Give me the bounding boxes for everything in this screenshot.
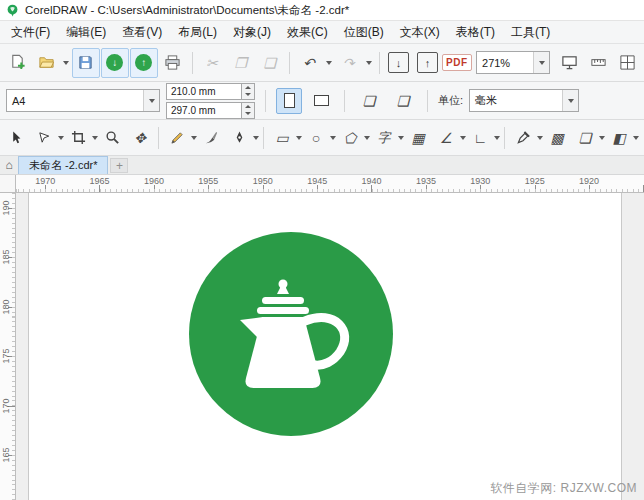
page-height-field[interactable]: 297.0 mm (166, 102, 242, 119)
eyedropper-tool[interactable] (509, 123, 537, 153)
page-height-stepper[interactable] (242, 102, 255, 119)
import-button[interactable]: ↓ (385, 48, 413, 78)
shadow-tool[interactable]: ❏ (571, 123, 599, 153)
ruler-number: 1965 (72, 175, 126, 188)
menu-effects[interactable]: 效果(C) (279, 21, 336, 43)
page-width-stepper[interactable] (242, 83, 255, 100)
bezier-tool[interactable] (225, 123, 253, 153)
page-size-caret[interactable] (143, 90, 159, 111)
export-button[interactable]: ↑ (414, 48, 442, 78)
table-icon: ▦ (411, 131, 424, 145)
menu-tools[interactable]: 工具(T) (503, 21, 558, 43)
cloud-up-icon: ↑ (135, 54, 152, 71)
transparency-icon: ▩ (550, 131, 563, 145)
redo-dropdown-caret[interactable] (364, 49, 374, 77)
pan-tool[interactable]: ✥ (126, 123, 154, 153)
ellipse-tool[interactable]: ○ (302, 123, 330, 153)
connector-tool[interactable]: ∟ (466, 123, 494, 153)
polygon-tool[interactable]: ⬠ (336, 123, 364, 153)
crop-tool[interactable] (64, 123, 92, 153)
text-tool-icon: 字 (378, 131, 391, 144)
dimension-tool[interactable]: ∠ (432, 123, 460, 153)
ruler-icon (590, 54, 607, 71)
open-button[interactable] (32, 48, 60, 78)
interactive-fill-tool[interactable]: ◩ (639, 123, 644, 153)
page-size-value: A4 (7, 90, 143, 111)
shadow-icon: ❏ (579, 131, 592, 145)
new-tab-button[interactable]: + (110, 158, 128, 173)
ruler-number: 1970 (18, 175, 72, 188)
undo-button[interactable]: ↶ (295, 48, 323, 78)
cloud-save-button[interactable]: ↑ (130, 48, 158, 78)
all-pages-button[interactable]: ❏ (355, 86, 383, 116)
zoom-level-combo[interactable]: 271% (476, 51, 550, 74)
freehand-tool[interactable] (163, 123, 191, 153)
zoom-level-value: 271% (477, 52, 533, 73)
page-size-combo[interactable]: A4 (6, 89, 160, 112)
ruler-number: 1920 (562, 175, 616, 188)
menu-layout[interactable]: 布局(L) (170, 21, 225, 43)
paste-icon: ❑ (264, 56, 277, 70)
ruler-origin-button[interactable] (0, 175, 16, 193)
menu-object[interactable]: 对象(J) (225, 21, 279, 43)
ruler-number: 180 (1, 299, 11, 314)
publish-pdf-button[interactable]: PDF (443, 48, 471, 78)
page-width-field[interactable]: 210.0 mm (166, 83, 242, 100)
pan-icon: ✥ (134, 131, 146, 145)
document-tab[interactable]: 未命名 -2.cdr* (18, 156, 108, 174)
landscape-button[interactable] (308, 88, 334, 114)
pick-cursor-icon (9, 130, 24, 145)
standard-toolbar: ↓ ↑ ✂ ❐ ❑ ↶ ↷ ↓ ↑ PDF 271% (0, 44, 644, 82)
page-navigation-icon[interactable]: ⌂ (0, 156, 18, 174)
table-tool[interactable]: ▦ (404, 123, 432, 153)
dimension-icon: ∠ (440, 131, 453, 145)
vertical-ruler[interactable]: 190 185 180 175 170 165 (0, 193, 16, 500)
menu-view[interactable]: 查看(V) (114, 21, 170, 43)
horizontal-ruler[interactable]: 1970 1965 1960 1955 1950 1945 1940 1935 … (16, 175, 644, 193)
units-caret[interactable] (562, 90, 578, 111)
artistic-media-tool[interactable] (197, 123, 225, 153)
menu-file[interactable]: 文件(F) (3, 21, 58, 43)
units-combo[interactable]: 毫米 (469, 89, 579, 112)
fill-tool[interactable]: ◧ (605, 123, 633, 153)
toolbox-separator (158, 127, 159, 149)
print-button[interactable] (159, 48, 187, 78)
rectangle-tool[interactable]: ▭ (268, 123, 296, 153)
zoom-dropdown-caret[interactable] (533, 52, 549, 73)
shape-tool[interactable] (30, 123, 58, 153)
teapot-logo-object[interactable] (189, 232, 393, 436)
save-button[interactable] (72, 48, 100, 78)
propbar-separator (344, 90, 345, 112)
current-page-icon: ❑ (397, 94, 410, 108)
watermark-text: 软件自学网: RJZXW.COM (490, 480, 637, 497)
cloud-open-button[interactable]: ↓ (101, 48, 129, 78)
menu-table[interactable]: 表格(T) (448, 21, 503, 43)
pick-tool[interactable] (2, 123, 30, 153)
bezier-tool-caret[interactable] (253, 124, 259, 152)
connector-tool-caret[interactable] (494, 124, 500, 152)
current-page-button[interactable]: ❑ (389, 86, 417, 116)
paste-button: ❑ (256, 48, 284, 78)
text-tool[interactable]: 字 (370, 123, 398, 153)
undo-dropdown-caret[interactable] (324, 49, 334, 77)
transparency-tool[interactable]: ▩ (543, 123, 571, 153)
toolbox-separator (263, 127, 264, 149)
menu-edit[interactable]: 编辑(E) (58, 21, 114, 43)
toolbar-separator (192, 52, 193, 74)
portrait-button[interactable] (276, 88, 302, 114)
show-rulers-button[interactable] (584, 48, 612, 78)
menu-text[interactable]: 文本(X) (392, 21, 448, 43)
drawing-canvas[interactable]: 软件自学网: RJZXW.COM (16, 193, 644, 500)
open-dropdown-caret[interactable] (61, 49, 71, 77)
new-document-button[interactable] (3, 48, 31, 78)
ruler-number: 1935 (399, 175, 453, 188)
eyedropper-icon (516, 130, 531, 145)
options-button[interactable] (613, 48, 641, 78)
cut-icon: ✂ (206, 56, 218, 70)
menu-bitmaps[interactable]: 位图(B) (336, 21, 392, 43)
zoom-tool[interactable] (98, 123, 126, 153)
export-arrow-icon: ↑ (417, 52, 438, 73)
fullscreen-preview-button[interactable] (555, 48, 583, 78)
brush-icon (204, 130, 219, 145)
horizontal-ruler-numbers: 1970 1965 1960 1955 1950 1945 1940 1935 … (16, 175, 644, 188)
